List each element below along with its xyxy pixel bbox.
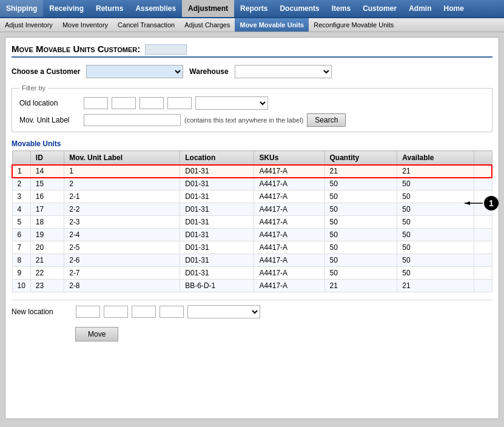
- old-location-input-3[interactable]: [139, 97, 164, 109]
- sub-navigation: Adjust Inventory Move Inventory Cancel T…: [0, 18, 504, 32]
- customer-warehouse-row: Choose a Customer Warehouse: [12, 65, 492, 78]
- old-location-input-1[interactable]: [84, 97, 108, 109]
- old-location-input-4[interactable]: [167, 97, 192, 109]
- col-header-extra: [474, 151, 492, 165]
- page-title: Move Movable Units Customer:: [12, 44, 492, 58]
- warehouse-label: Warehouse: [189, 67, 228, 76]
- main-content: Move Movable Units Customer: Choose a Cu…: [5, 37, 499, 419]
- hint-text: (contains this text anywhere in the labe…: [184, 116, 303, 124]
- nav-item-receiving[interactable]: Receiving: [43, 0, 90, 17]
- nav-item-reports[interactable]: Reports: [234, 0, 274, 17]
- nav-item-customer[interactable]: Customer: [357, 0, 403, 17]
- table-row[interactable]: 5182-3D01-31A4417-A5050: [12, 216, 492, 229]
- old-location-row: Old location: [19, 96, 485, 110]
- table-row[interactable]: 7202-5D01-31A4417-A5050: [12, 241, 492, 254]
- table-row[interactable]: 2152D01-31A4417-A5050: [12, 178, 492, 190]
- search-button[interactable]: Search: [307, 113, 346, 127]
- table-row[interactable]: 6192-4D01-31A4417-A5050: [12, 229, 492, 241]
- table-row[interactable]: 10232-8BB-6-D-1A4417-A2121: [12, 280, 492, 292]
- col-header-mov-unit-label: Mov. Unit Label: [64, 151, 180, 165]
- new-location-label: New location: [12, 308, 72, 316]
- move-button[interactable]: Move: [75, 327, 118, 341]
- col-header-location: Location: [180, 151, 254, 165]
- new-location-row: New location: [12, 305, 492, 318]
- table-container: ID Mov. Unit Label Location SKUs Quantit…: [12, 150, 492, 292]
- choose-customer-label: Choose a Customer: [12, 67, 80, 76]
- choose-customer-select[interactable]: [86, 65, 183, 78]
- nav-item-home[interactable]: Home: [437, 0, 469, 17]
- table-row[interactable]: 9222-7D01-31A4417-A5050: [12, 267, 492, 280]
- filter-group: Filter by Old location Mov. Unit Label (…: [12, 84, 492, 132]
- nav-item-admin[interactable]: Admin: [403, 0, 437, 17]
- nav-item-assemblies[interactable]: Assemblies: [129, 0, 182, 17]
- table-row[interactable]: 8212-6D01-31A4417-A5050: [12, 254, 492, 267]
- nav-item-items[interactable]: Items: [326, 0, 357, 17]
- subnav-adjust-charges[interactable]: Adjust Charges: [180, 18, 235, 32]
- new-location-select[interactable]: [187, 305, 260, 318]
- table-row[interactable]: 4172-2D01-31A4417-A5050: [12, 203, 492, 216]
- nav-item-shipping[interactable]: Shipping: [0, 0, 43, 17]
- table-row[interactable]: 3162-1D01-31A4417-A5050: [12, 190, 492, 203]
- table-row[interactable]: 1141D01-31A4417-A2121: [12, 165, 492, 178]
- filter-legend: Filter by: [19, 84, 48, 92]
- col-header-available: Available: [397, 151, 474, 165]
- top-navigation: Shipping Receiving Returns Assemblies Ad…: [0, 0, 504, 18]
- table-header-row: ID Mov. Unit Label Location SKUs Quantit…: [12, 151, 492, 165]
- subnav-move-movable-units[interactable]: Move Movable Units: [235, 18, 309, 32]
- annotation-arrow: [460, 197, 484, 209]
- mov-unit-label-row: Mov. Unit Label (contains this text anyw…: [19, 113, 485, 127]
- table-section-title: Movable Units: [12, 140, 492, 148]
- subnav-adjust-inventory[interactable]: Adjust Inventory: [0, 18, 58, 32]
- new-location-input-2[interactable]: [104, 306, 128, 318]
- filter-inner: Old location Mov. Unit Label (contains t…: [19, 96, 485, 127]
- subnav-cancel-transaction[interactable]: Cancel Transaction: [113, 18, 180, 32]
- warehouse-select[interactable]: [235, 65, 332, 78]
- annotation-badge: 1: [484, 196, 499, 210]
- mov-unit-label-label: Mov. Unit Label: [19, 116, 80, 124]
- col-header-quantity: Quantity: [324, 151, 397, 165]
- col-header-id: ID: [30, 151, 64, 165]
- old-location-label: Old location: [19, 99, 80, 107]
- movable-units-table: ID Mov. Unit Label Location SKUs Quantit…: [12, 150, 492, 292]
- table-body: 1141D01-31A4417-A21212152D01-31A4417-A50…: [12, 165, 492, 292]
- old-location-input-2[interactable]: [112, 97, 136, 109]
- subnav-move-inventory[interactable]: Move Inventory: [58, 18, 113, 32]
- new-location-input-1[interactable]: [76, 306, 100, 318]
- old-location-select[interactable]: [195, 96, 268, 110]
- bottom-form: New location Move: [12, 300, 492, 341]
- subnav-reconfigure-movable-units[interactable]: Reconfigure Movable Units: [309, 18, 398, 32]
- nav-item-returns[interactable]: Returns: [90, 0, 129, 17]
- new-location-input-3[interactable]: [132, 306, 156, 318]
- new-location-input-4[interactable]: [160, 306, 184, 318]
- nav-item-adjustment[interactable]: Adjustment: [182, 0, 234, 17]
- nav-item-documents[interactable]: Documents: [274, 0, 325, 17]
- annotation-container: 1: [460, 196, 499, 210]
- customer-value: [145, 44, 186, 55]
- mov-unit-label-input[interactable]: [84, 114, 181, 126]
- col-header-empty: [12, 151, 30, 165]
- col-header-skus: SKUs: [254, 151, 324, 165]
